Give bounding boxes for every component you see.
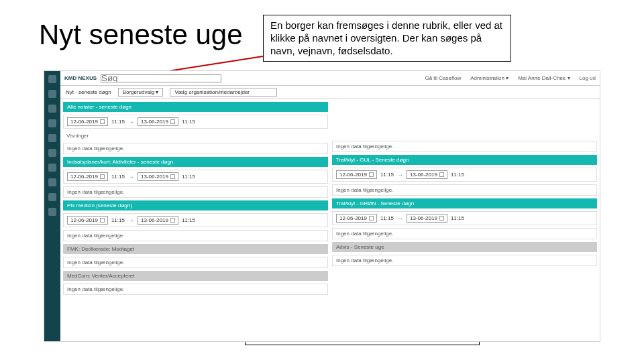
- panel-gul-hdr: Traf/klyt - GUL - Seneste døgn: [332, 155, 597, 165]
- date-filter-r1: 12-06-2019 11:15 → 13-06-2019 11:15: [332, 168, 597, 182]
- none-1: Ingen data tilgængelige.: [63, 143, 328, 154]
- none-3: Ingen data tilgængelige.: [63, 230, 328, 241]
- none-2: Ingen data tilgængelige.: [63, 186, 328, 198]
- arrow-right-icon: →: [128, 217, 134, 224]
- calendar-icon: [170, 218, 175, 223]
- none-5: Ingen data tilgængelige.: [63, 284, 328, 295]
- date-to-3[interactable]: 13-06-2019: [138, 216, 178, 225]
- link-logout[interactable]: Log ud: [580, 75, 596, 81]
- breadcrumb: Nyt - seneste døgn: [66, 89, 111, 95]
- link-caseflow[interactable]: Gå til Caseflow: [425, 75, 461, 81]
- calendar-icon: [369, 172, 374, 177]
- panel-advis-hdr: Advis - Seneste uge: [332, 242, 597, 252]
- subbar: Nyt - seneste døgn Borgerudvalg ▾ Vælg o…: [60, 86, 600, 99]
- date-to-r2[interactable]: 13-06-2019: [407, 214, 447, 223]
- visninger-label: Visninger: [63, 131, 328, 140]
- date-from-r1[interactable]: 12-06-2019: [336, 170, 377, 179]
- date-filter-2: 12-06-2019 11:15 → 13-06-2019 11:15: [63, 170, 328, 184]
- logo: KMD NEXUS: [64, 75, 97, 81]
- calendar-icon: [100, 174, 105, 179]
- none-r3: Ingen data tilgængelige.: [332, 255, 597, 266]
- date-filter-3: 12-06-2019 11:15 → 13-06-2019 11:15: [63, 213, 328, 227]
- date-from-2[interactable]: 12-06-2019: [67, 172, 108, 181]
- link-admin[interactable]: Administration ▾: [470, 75, 508, 81]
- panel-gron-hdr: Traf/klyt - GRØN - Seneste døgn: [332, 198, 597, 208]
- arrow-right-icon: →: [397, 172, 403, 178]
- calendar-icon: [100, 119, 105, 124]
- calendar-icon: [170, 119, 175, 124]
- topbar: KMD NEXUS Gå til Caseflow Administration…: [60, 71, 600, 86]
- arrow-right-icon: →: [128, 174, 134, 180]
- date-filter-1: 12-06-2019 11:15 → 13-06-2019 11:15: [63, 115, 328, 129]
- none-4: Ingen data tilgængelige.: [63, 257, 328, 268]
- global-search-input[interactable]: [101, 74, 221, 82]
- calendar-icon: [439, 172, 444, 177]
- callout-search: En borger kan fremsøges i denne rubrik, …: [263, 15, 511, 62]
- date-from-1[interactable]: 12-06-2019: [67, 117, 108, 126]
- calendar-icon: [170, 174, 175, 179]
- slide-title: Nyt seneste uge: [39, 19, 243, 51]
- date-from-3[interactable]: 12-06-2019: [67, 216, 108, 225]
- panel-indsats-hdr: Indsatsplaner/kort: Aktiviteter - senest…: [63, 157, 328, 167]
- none-r2: Ingen data tilgængelige.: [332, 228, 597, 239]
- panel-pn-hdr: PN medicin (seneste døgn): [63, 200, 328, 210]
- sidebar: [44, 71, 60, 341]
- link-user[interactable]: Mai Anne Dall-Chee ▾: [518, 75, 570, 81]
- date-filter-r2: 12-06-2019 11:15 → 13-06-2019 11:15: [332, 211, 597, 225]
- right-column: Ingen data tilgængelige. Traf/klyt - GUL…: [332, 102, 597, 339]
- panel-fmk-hdr: FMK: Dedikerede: Modtaget: [63, 244, 328, 254]
- filter-borgerudvalg[interactable]: Borgerudvalg ▾: [118, 88, 164, 97]
- date-from-r2[interactable]: 12-06-2019: [336, 214, 377, 223]
- panel-medcom-hdr: MedCom: Venter/Accepteret: [63, 271, 328, 281]
- none-r0: Ingen data tilgængelige.: [332, 141, 597, 152]
- date-to-r1[interactable]: 13-06-2019: [407, 170, 447, 179]
- none-r1: Ingen data tilgængelige.: [332, 184, 597, 196]
- filter-org[interactable]: Vælg organisation/medarbejder: [170, 88, 277, 97]
- calendar-icon: [369, 216, 374, 221]
- panel-notater-hdr: Alle notater - seneste døgn: [63, 102, 328, 112]
- date-to-2[interactable]: 13-06-2019: [138, 172, 178, 181]
- left-column: Alle notater - seneste døgn 12-06-2019 1…: [63, 102, 328, 339]
- arrow-right-icon: →: [128, 119, 134, 125]
- calendar-icon: [100, 218, 105, 223]
- app-screenshot: KMD NEXUS Gå til Caseflow Administration…: [44, 70, 600, 342]
- calendar-icon: [439, 216, 444, 221]
- date-to-1[interactable]: 13-06-2019: [138, 117, 178, 126]
- arrow-right-icon: →: [397, 215, 403, 222]
